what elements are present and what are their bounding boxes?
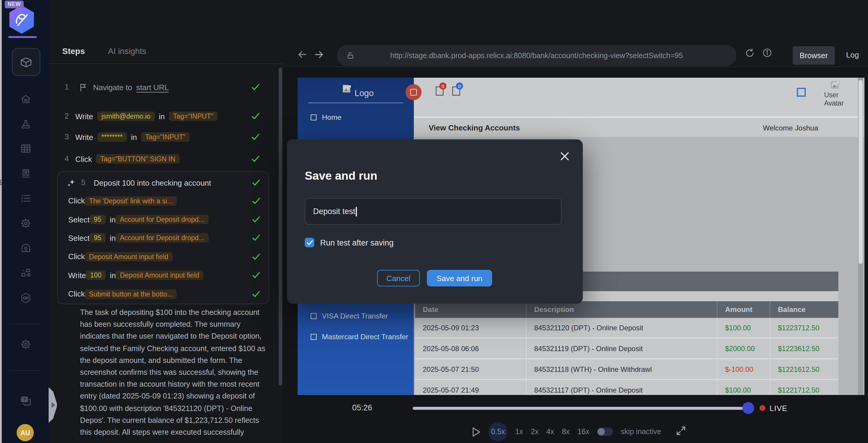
gear-icon xyxy=(19,217,32,229)
column-header[interactable]: Amount xyxy=(717,301,770,318)
info-button[interactable] xyxy=(762,48,773,60)
bank-nav-mastercard-transfer[interactable]: Mastercard Direct Transfer xyxy=(298,330,414,343)
substep-row[interactable]: ClickSubmit button at the botto... xyxy=(58,285,269,303)
selector-chip[interactable]: Tag="INPUT" xyxy=(169,112,218,121)
bank-nav-visa-transfer[interactable]: VISA Direct Transfer xyxy=(298,309,414,323)
run-after-saving-checkbox[interactable] xyxy=(305,238,314,247)
tab-steps[interactable]: Steps xyxy=(62,46,85,56)
bank-scrollbar[interactable] xyxy=(858,78,863,395)
selector-chip[interactable]: Submit button at the botto... xyxy=(85,289,177,299)
cancel-button[interactable]: Cancel xyxy=(377,270,420,287)
rail-item-data-table[interactable] xyxy=(19,142,32,155)
step-text: in xyxy=(110,271,116,280)
rail-item-help[interactable]: ? xyxy=(19,394,32,407)
back-button[interactable] xyxy=(297,49,308,63)
forward-button[interactable] xyxy=(313,49,325,63)
substep-row[interactable]: ClickThe 'Deposit' link with a si... xyxy=(58,191,269,210)
speed-1x[interactable]: 1x xyxy=(515,427,523,436)
step-row[interactable]: 4ClickTag="BUTTON" SIGN IN xyxy=(49,152,283,166)
value-chip[interactable]: jsmith@demo.io xyxy=(97,112,154,121)
table-row[interactable]: 2025-05-07 21:50845321118 (WTH) - Online… xyxy=(415,359,838,380)
rail-item-home[interactable] xyxy=(19,92,32,106)
step-row[interactable]: 3Write********inTag="INPUT" xyxy=(49,130,283,144)
url-text[interactable]: http://stage.dbank.prod-apps.relicx.ai:8… xyxy=(354,51,736,60)
step-text: Write xyxy=(75,112,93,121)
step-row[interactable]: 1Navigate tostart URL xyxy=(49,80,283,94)
steps-tabs: Steps AI insights xyxy=(49,0,283,64)
text-caret xyxy=(356,207,357,216)
selector-chip[interactable]: Tag="INPUT" xyxy=(141,132,190,142)
table-row[interactable]: 2025-05-07 21:49845321117 (DPT) - Online… xyxy=(415,380,838,395)
table-row[interactable]: 2025-05-08 06:06845321119 (DPT) - Online… xyxy=(415,338,838,359)
rail-item-integrations[interactable] xyxy=(19,266,32,279)
playback-controls: 0.5x1x2x4x8x16xskip inactive xyxy=(472,422,661,441)
blocks-icon xyxy=(19,267,32,279)
bank-profile-avatar[interactable] xyxy=(406,84,422,100)
selector-chip[interactable]: Tag="BUTTON" SIGN IN xyxy=(96,154,179,164)
rail-item-lab[interactable] xyxy=(19,117,32,130)
steps-scrollbar[interactable] xyxy=(279,68,282,385)
value-chip[interactable]: 95 xyxy=(90,233,105,243)
selector-chip[interactable]: Deposit Amount input field xyxy=(85,252,172,262)
refresh-button[interactable] xyxy=(744,48,755,61)
speed-4x[interactable]: 4x xyxy=(546,427,554,436)
playback-track[interactable] xyxy=(413,407,745,410)
rail-item-package-active[interactable] xyxy=(12,48,40,76)
modal-close-button[interactable] xyxy=(560,151,570,164)
selector-chip[interactable]: Account for Deposit dropd... xyxy=(116,215,208,224)
rail-item-automation[interactable] xyxy=(19,291,32,304)
column-header[interactable]: Date xyxy=(415,301,526,318)
bank-user-avatar-broken[interactable]: User Avatar xyxy=(824,81,848,114)
step-link[interactable]: start URL xyxy=(136,83,169,92)
selector-chip[interactable]: The 'Deposit' link with a si... xyxy=(85,196,177,206)
app-logo-icon[interactable] xyxy=(8,5,35,34)
skip-inactive-toggle[interactable] xyxy=(597,427,613,436)
column-header[interactable]: Description xyxy=(526,301,717,318)
rail-item-observe[interactable] xyxy=(19,241,32,255)
substep-row[interactable]: Select95inAccount for Deposit dropd... xyxy=(58,210,269,229)
value-chip[interactable]: ******** xyxy=(97,132,127,142)
rail-item-list[interactable] xyxy=(19,191,32,205)
test-name-input[interactable]: Deposit test xyxy=(305,198,561,225)
bank-heading-row: View Checking Accounts Welcome Joshua xyxy=(414,118,864,137)
save-and-run-button[interactable]: Save and run xyxy=(427,270,492,287)
substeps-list: ClickThe 'Deposit' link with a si...Sele… xyxy=(58,191,269,303)
rail-item-suites[interactable] xyxy=(19,167,32,180)
tab-ai-insights[interactable]: AI insights xyxy=(108,46,146,56)
cell-description: 845321117 (DPT) - Online Deposit xyxy=(526,380,717,395)
step-row[interactable]: 2Writejsmith@demo.ioinTag="INPUT" xyxy=(49,109,283,123)
play-button[interactable] xyxy=(472,427,481,437)
table-row[interactable]: 2025-05-09 01:23845321120 (DPT) - Online… xyxy=(415,318,838,338)
user-avatar[interactable]: AU xyxy=(17,424,34,441)
playback-thumb[interactable] xyxy=(742,402,754,414)
step-group-header[interactable]: 5Deposit 100 into checking account xyxy=(58,175,269,190)
value-chip[interactable]: 100 xyxy=(86,271,105,280)
rail-item-settings-bottom[interactable] xyxy=(19,337,32,351)
scrollbar-thumb[interactable] xyxy=(859,80,863,264)
column-header[interactable]: Balance xyxy=(770,301,838,318)
bank-nav-home[interactable]: Home xyxy=(298,111,414,124)
speed-0.5x[interactable]: 0.5x xyxy=(489,422,507,441)
tab-log[interactable]: Log xyxy=(846,51,859,59)
step-number: 1 xyxy=(65,83,75,91)
substep-row[interactable]: Write100inDeposit Amount input field xyxy=(58,266,269,285)
url-bar[interactable]: http://stage.dbank.prod-apps.relicx.ai:8… xyxy=(337,45,736,66)
step-group-5[interactable]: 5Deposit 100 into checking accountClickT… xyxy=(57,171,269,304)
selector-chip[interactable]: Deposit Amount input field xyxy=(116,271,204,280)
lock-open-icon xyxy=(346,51,354,60)
bank-notification-1[interactable]: 0 xyxy=(436,87,443,95)
selector-chip[interactable]: Account for Deposit dropd... xyxy=(116,233,208,243)
speed-16x[interactable]: 16x xyxy=(578,427,589,436)
speed-8x[interactable]: 8x xyxy=(562,427,569,436)
bank-notification-2[interactable]: 0 xyxy=(453,87,460,95)
speed-2x[interactable]: 2x xyxy=(531,427,538,436)
substep-row[interactable]: Select95inAccount for Deposit dropd... xyxy=(58,229,269,247)
value-chip[interactable]: 95 xyxy=(90,215,105,224)
rail-item-settings[interactable] xyxy=(19,216,32,230)
bank-header-icon[interactable] xyxy=(797,88,806,97)
expand-button[interactable] xyxy=(676,426,686,438)
substep-row[interactable]: ClickDeposit Amount input field xyxy=(58,247,269,266)
expand-icon xyxy=(676,426,686,436)
tab-browser[interactable]: Browser xyxy=(793,46,835,65)
step-number: 5 xyxy=(81,178,94,187)
